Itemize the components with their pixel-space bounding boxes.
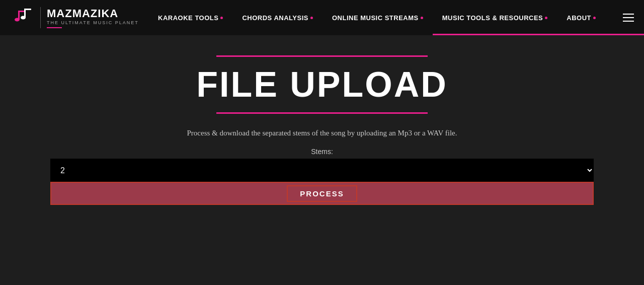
nav-karaoke-tools[interactable]: KARAOKE TOOLS <box>156 0 225 35</box>
nav-chords-analysis-dot <box>310 17 313 19</box>
decorative-line-bottom <box>216 112 428 114</box>
hamburger-line-1 <box>623 14 634 15</box>
nav-underline <box>433 34 644 35</box>
logo-text-block: MAZMAZIKA THE ULTIMATE MUSIC PLANET <box>40 7 139 28</box>
nav-about[interactable]: ABOUT <box>565 0 598 35</box>
svg-point-5 <box>21 16 26 20</box>
svg-rect-4 <box>24 9 31 10</box>
logo-title: MAZMAZIKA <box>47 7 139 20</box>
process-button-label: PROCESS <box>287 185 357 202</box>
process-button[interactable]: PROCESS <box>50 182 594 205</box>
nav-chords-analysis-label: CHORDS ANALYSIS <box>242 14 308 22</box>
form-area: Stems: 2 4 5 PROCESS <box>50 148 594 205</box>
stems-label: Stems: <box>50 148 594 156</box>
nav-online-music-streams[interactable]: ONLINE MUSIC STREAMS <box>330 0 425 35</box>
svg-point-2 <box>15 18 20 22</box>
hamburger-line-3 <box>623 21 634 22</box>
header: MAZMAZIKA THE ULTIMATE MUSIC PLANET KARA… <box>0 0 644 35</box>
nav-about-dot <box>593 17 596 19</box>
stems-select[interactable]: 2 4 5 <box>50 159 594 182</box>
nav-online-music-streams-label: ONLINE MUSIC STREAMS <box>332 14 419 22</box>
logo-area: MAZMAZIKA THE ULTIMATE MUSIC PLANET <box>10 6 139 30</box>
nav-music-tools-label: MUSIC TOOLS & RESOURCES <box>442 14 543 22</box>
nav-karaoke-tools-dot <box>220 17 223 19</box>
logo-subtitle: THE ULTIMATE MUSIC PLANET <box>47 20 139 25</box>
music-note-icon <box>10 6 34 30</box>
nav-online-music-streams-dot <box>421 17 423 19</box>
description-text: Process & download the separated stems o… <box>187 129 457 137</box>
page-title: FILE UPLOAD <box>196 67 448 102</box>
nav-music-tools-dot <box>545 17 547 19</box>
decorative-line-top <box>216 55 428 57</box>
nav-chords-analysis[interactable]: CHORDS ANALYSIS <box>240 0 315 35</box>
main-content: FILE UPLOAD Process & download the separ… <box>0 35 644 285</box>
hamburger-menu[interactable] <box>623 14 634 22</box>
nav-music-tools-resources[interactable]: MUSIC TOOLS & RESOURCES <box>440 0 550 35</box>
svg-rect-1 <box>18 11 25 12</box>
nav: KARAOKE TOOLS CHORDS ANALYSIS ONLINE MUS… <box>156 0 634 35</box>
hamburger-line-2 <box>623 17 634 18</box>
nav-about-label: ABOUT <box>567 14 591 22</box>
nav-karaoke-tools-label: KARAOKE TOOLS <box>158 14 218 22</box>
